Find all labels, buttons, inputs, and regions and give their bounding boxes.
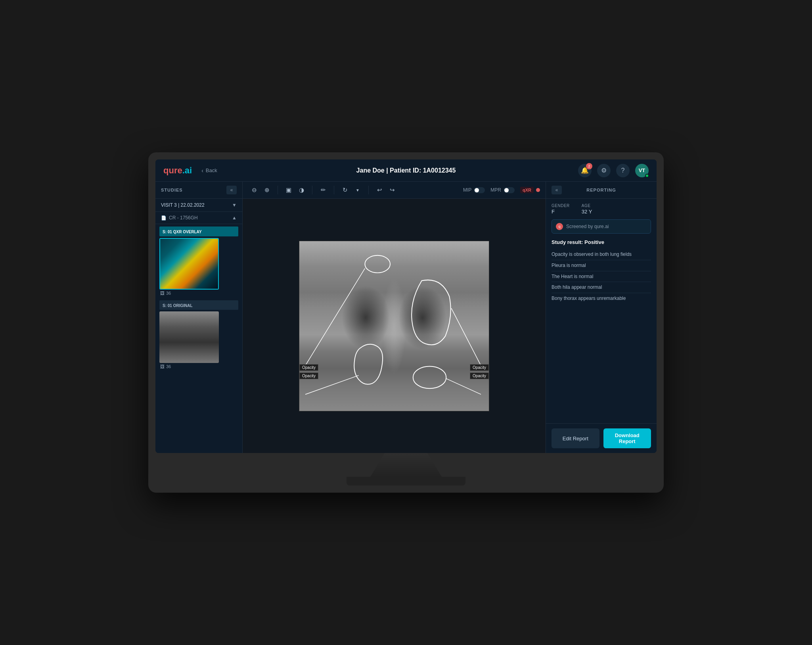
reporting-title: REPORTING bbox=[586, 188, 616, 192]
study-row[interactable]: 📄 CR - 1756GH ▲ bbox=[155, 212, 242, 224]
toolbar-separator-4 bbox=[368, 186, 369, 194]
study-id: CR - 1756GH bbox=[169, 215, 198, 221]
ai-logo-icon: q bbox=[556, 223, 563, 230]
opacity-label-right-bottom: Opacity bbox=[470, 372, 489, 379]
patient-info: Jane Doe | Patient ID: 1A0012345 bbox=[356, 167, 456, 174]
finding-2: The Heart is normal bbox=[552, 271, 651, 282]
window-level-button[interactable]: ▣ bbox=[283, 184, 295, 196]
gender-label: GENDER bbox=[552, 203, 570, 208]
gender-field: GENDER F bbox=[552, 203, 570, 215]
sidebar-header: STUDIES « bbox=[155, 182, 242, 199]
avatar-initials: VT bbox=[639, 167, 645, 173]
zoom-out-button[interactable]: ⊖ bbox=[248, 184, 260, 196]
finding-4: Bony thorax appears unremarkable bbox=[552, 293, 651, 304]
rotate-dropdown-button[interactable]: ▼ bbox=[352, 184, 364, 196]
reporting-footer: Edit Report Download Report bbox=[546, 423, 657, 453]
mpr-toggle-knob bbox=[504, 188, 509, 192]
undo-redo-tools: ↩ ↪ bbox=[373, 184, 398, 196]
patient-meta: GENDER F AGE 32 Y bbox=[552, 203, 651, 215]
opacity-label-left-mid: Opacity bbox=[299, 364, 318, 371]
xray-container: Opacity Opacity Opacity Opacity bbox=[243, 199, 546, 453]
help-icon: ? bbox=[621, 167, 625, 174]
avatar-button[interactable]: VT bbox=[635, 164, 649, 177]
invert-button[interactable]: ◑ bbox=[295, 184, 307, 196]
reporting-header: « REPORTING bbox=[546, 182, 657, 199]
toolbar-separator-2 bbox=[312, 186, 312, 194]
window-tools: ▣ ◑ bbox=[283, 184, 307, 196]
help-button[interactable]: ? bbox=[616, 164, 630, 177]
study-label: 📄 CR - 1756GH bbox=[161, 215, 198, 221]
thumbnail-original[interactable]: S: 01 ORIGINAL 🖼 36 bbox=[155, 298, 242, 371]
toolbar: ⊖ ⊕ ▣ ◑ ✏ ↻ ▼ bbox=[243, 182, 546, 199]
chevron-down-icon: ▼ bbox=[232, 202, 237, 208]
opacity-label-left-bottom: Opacity bbox=[299, 372, 318, 379]
study-result: Study result: Positive bbox=[552, 239, 651, 245]
thumbnail-overlay-image bbox=[159, 238, 219, 290]
qxr-toggle-group: qXR bbox=[520, 187, 540, 193]
chevron-up-icon: ▲ bbox=[232, 215, 237, 221]
qxr-dot bbox=[536, 188, 540, 192]
mip-toggle[interactable] bbox=[474, 187, 485, 193]
mpr-toggle[interactable] bbox=[504, 187, 515, 193]
sidebar-collapse-button[interactable]: « bbox=[226, 186, 237, 194]
visit-row[interactable]: VISIT 3 | 22.02.2022 ▼ bbox=[155, 199, 242, 212]
reporting-collapse-button[interactable]: « bbox=[552, 186, 562, 194]
finding-0: Opacity is observed in both lung fields bbox=[552, 249, 651, 260]
finding-1: Pleura is normal bbox=[552, 260, 651, 271]
xray-image: Opacity Opacity Opacity Opacity bbox=[299, 241, 489, 411]
opacity-label-right-mid: Opacity bbox=[470, 364, 489, 371]
edit-report-button[interactable]: Edit Report bbox=[552, 428, 599, 448]
mip-label: MIP bbox=[463, 187, 471, 193]
notification-badge: 2 bbox=[586, 163, 592, 169]
mpr-label: MPR bbox=[490, 187, 501, 193]
monitor-base bbox=[347, 477, 465, 486]
reporting-collapse-icon: « bbox=[555, 187, 558, 193]
age-field: AGE 32 Y bbox=[582, 203, 592, 215]
edit-report-label: Edit Report bbox=[563, 436, 588, 442]
topbar-actions: 🔔 2 ⚙ ? VT bbox=[578, 164, 649, 177]
qxr-label: qXR bbox=[520, 187, 534, 193]
undo-button[interactable]: ↩ bbox=[373, 184, 385, 196]
rotate-tools: ↻ ▼ bbox=[339, 184, 364, 196]
patient-title: Jane Doe | Patient ID: 1A0012345 bbox=[356, 167, 456, 174]
toolbar-separator-3 bbox=[334, 186, 334, 194]
thumbnail-qxr-overlay[interactable]: S: 01 QXR OVERLAY 🖼 36 bbox=[155, 224, 242, 298]
mip-toggle-group: MIP bbox=[463, 187, 485, 193]
finding-3: Both hila appear normal bbox=[552, 282, 651, 293]
settings-button[interactable]: ⚙ bbox=[597, 164, 611, 177]
download-report-button[interactable]: Download Report bbox=[603, 428, 651, 448]
main-content: STUDIES « VISIT 3 | 22.02.2022 ▼ 📄 CR - … bbox=[155, 182, 657, 453]
ai-screened-badge: q Screened by qure.ai bbox=[552, 219, 651, 234]
download-report-label: Download Report bbox=[615, 432, 640, 444]
mpr-toggle-group: MPR bbox=[490, 187, 515, 193]
visit-label: VISIT 3 | 22.02.2022 bbox=[161, 202, 205, 208]
back-label: Back bbox=[206, 167, 217, 173]
logo-dot: .ai bbox=[182, 165, 192, 175]
collapse-icon: « bbox=[230, 187, 233, 193]
logo: qure.ai bbox=[163, 165, 192, 176]
logo-text: qure.ai bbox=[163, 165, 192, 176]
redo-button[interactable]: ↪ bbox=[386, 184, 398, 196]
toolbar-right: MIP MPR bbox=[463, 187, 540, 193]
logo-main: qure bbox=[163, 165, 182, 175]
notifications-button[interactable]: 🔔 2 bbox=[578, 164, 592, 177]
thumbnail-overlay-count: 🖼 36 bbox=[159, 290, 238, 296]
sidebar: STUDIES « VISIT 3 | 22.02.2022 ▼ 📄 CR - … bbox=[155, 182, 243, 453]
monitor-stand bbox=[370, 453, 442, 477]
toolbar-separator-1 bbox=[278, 186, 278, 194]
online-status-badge bbox=[645, 174, 649, 178]
age-label: AGE bbox=[582, 203, 592, 208]
thumbnail-original-image bbox=[159, 311, 219, 363]
xray-background bbox=[299, 241, 489, 411]
viewer: ⊖ ⊕ ▣ ◑ ✏ ↻ ▼ bbox=[243, 182, 546, 453]
mip-toggle-knob bbox=[475, 188, 479, 192]
draw-button[interactable]: ✏ bbox=[317, 184, 329, 196]
zoom-tools: ⊖ ⊕ bbox=[248, 184, 273, 196]
back-button[interactable]: ‹ Back bbox=[201, 167, 217, 174]
zoom-in-button[interactable]: ⊕ bbox=[261, 184, 273, 196]
thumbnail-overlay-label: S: 01 QXR OVERLAY bbox=[163, 230, 202, 234]
thumbnail-original-count: 🖼 36 bbox=[159, 363, 238, 369]
findings-list: Opacity is observed in both lung fields … bbox=[552, 249, 651, 304]
reporting-panel: « REPORTING GENDER F AGE bbox=[546, 182, 657, 453]
rotate-button[interactable]: ↻ bbox=[339, 184, 351, 196]
